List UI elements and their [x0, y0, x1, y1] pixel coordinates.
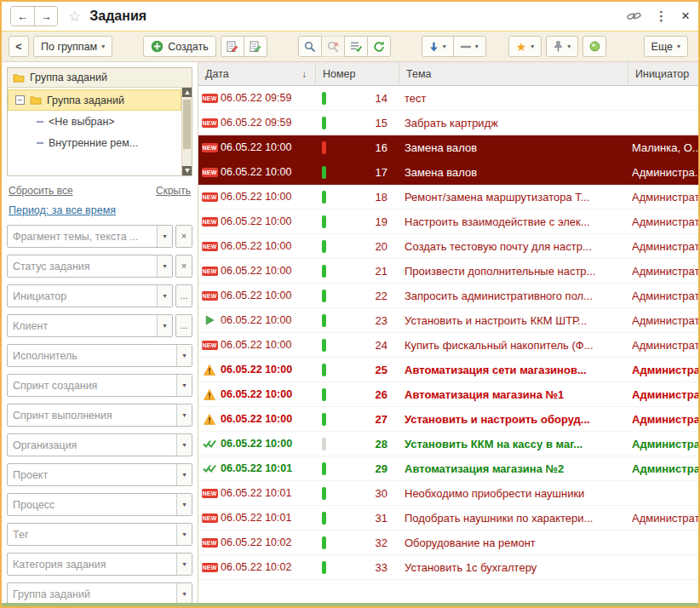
filter-group-dropdown[interactable]: ▾: [176, 583, 192, 603]
filter-initiator-dropdown[interactable]: ▾: [157, 285, 172, 307]
table-row[interactable]: NEW06.05.22 10:0131Подобрать наушники по…: [198, 506, 698, 531]
filter-organization-dropdown[interactable]: ▾: [176, 434, 192, 456]
filter-status-clear-button[interactable]: ×: [175, 255, 192, 278]
list-settings-button[interactable]: ▾: [453, 36, 486, 57]
scroll-down-icon[interactable]: [182, 166, 192, 175]
create-by-copy-button[interactable]: [221, 36, 244, 57]
filter-client-select-button[interactable]: ...: [175, 314, 192, 337]
advanced-search-button[interactable]: [344, 36, 368, 57]
scrollbar-thumb[interactable]: [183, 100, 191, 149]
tree-item[interactable]: −Группа заданий: [8, 89, 181, 111]
cell-date: 06.05.22 10:00: [221, 388, 316, 400]
filter-client-dropdown[interactable]: ▾: [157, 315, 172, 336]
forward-button[interactable]: →: [34, 7, 57, 26]
table-row[interactable]: 06.05.22 10:0026Автоматизация магазина №…: [198, 382, 698, 407]
filter-process-dropdown[interactable]: ▾: [176, 494, 192, 515]
table-row[interactable]: NEW06.05.22 09:5915Забрать картридж: [198, 111, 698, 135]
table-row[interactable]: NEW06.05.22 10:0017Замена валовАдминистр…: [198, 160, 698, 185]
filter-initiator-select-button[interactable]: ...: [175, 284, 192, 307]
filter-initiator-input[interactable]: [8, 285, 157, 307]
filter-organization-field: ▾: [7, 433, 192, 456]
filter-project-dropdown[interactable]: ▾: [176, 464, 192, 485]
table-row[interactable]: NEW06.05.22 10:0232Оборудование на ремон…: [198, 531, 698, 555]
open-edit-button[interactable]: [244, 36, 267, 57]
table-row[interactable]: 06.05.22 10:0028Установить ККМ на кассу …: [198, 432, 698, 456]
back-button[interactable]: ←: [11, 7, 34, 26]
filter-project-input[interactable]: [8, 464, 176, 485]
filter-sprint-created-dropdown[interactable]: ▾: [176, 375, 192, 396]
scroll-up-icon[interactable]: [182, 88, 192, 97]
refresh-button[interactable]: [367, 36, 391, 57]
filter-sprint-created-input[interactable]: [8, 375, 176, 396]
hide-link[interactable]: Скрыть: [156, 185, 191, 197]
tree-item[interactable]: Внутренние рем...: [8, 132, 181, 153]
row-icon-cell: NEW: [198, 291, 221, 301]
filter-tag-dropdown[interactable]: ▾: [176, 524, 192, 545]
table-row[interactable]: NEW06.05.22 09:5914тест: [198, 86, 698, 111]
reset-all-link[interactable]: Сбросить все: [9, 185, 73, 197]
filter-process-input[interactable]: [8, 494, 176, 515]
cell-date: 06.05.22 10:00: [221, 314, 316, 326]
search-button[interactable]: [298, 36, 322, 57]
filter-executor-dropdown[interactable]: ▾: [176, 345, 192, 366]
table-row[interactable]: 06.05.22 10:0025Автоматизация сети магаз…: [198, 358, 698, 382]
table-row[interactable]: NEW06.05.22 10:0019Настроить взаимодейст…: [198, 209, 698, 234]
filter-status-dropdown[interactable]: ▾: [157, 255, 172, 277]
table-row[interactable]: 06.05.22 10:0027Установить и настроить о…: [198, 407, 698, 432]
filter-fragment-input[interactable]: [8, 226, 157, 247]
cell-date: 06.05.22 10:00: [221, 215, 316, 227]
tree-scrollbar[interactable]: [181, 88, 192, 175]
table-row[interactable]: NEW06.05.22 10:0020Создать тестовую почт…: [198, 234, 698, 259]
cell-number: 26: [331, 388, 399, 401]
more-button[interactable]: Еще ▾: [644, 36, 688, 57]
table-row[interactable]: NEW06.05.22 10:0018Ремонт/замена маршрут…: [198, 185, 698, 209]
favorites-button[interactable]: ★ ▾: [508, 36, 542, 57]
filter-category-input[interactable]: [8, 554, 176, 575]
filter-category-dropdown[interactable]: ▾: [176, 554, 192, 575]
menu-dots-icon[interactable]: ⋮: [655, 9, 668, 24]
collapse-sidebar-button[interactable]: <: [9, 36, 29, 57]
column-header-subject[interactable]: Тема: [399, 62, 628, 85]
table-row[interactable]: NEW06.05.22 10:0233Установить 1с бухгалт…: [198, 555, 698, 580]
favorite-star-icon[interactable]: ☆: [68, 8, 81, 26]
filter-fragment-dropdown[interactable]: ▾: [157, 226, 172, 247]
table-row[interactable]: NEW06.05.22 10:0024Купить фискальный нак…: [198, 333, 698, 358]
tree-header[interactable]: Группа заданий: [8, 68, 192, 88]
column-header-date[interactable]: Дата ↓: [198, 62, 316, 85]
filter-client-input[interactable]: [8, 315, 157, 336]
cancel-search-icon: [327, 41, 339, 53]
table-row[interactable]: NEW06.05.22 10:0022Запросить администрат…: [198, 284, 698, 308]
filter-sprint-done-input[interactable]: [8, 404, 176, 426]
sort-order-button[interactable]: ▾: [422, 36, 454, 57]
status-bar: [322, 339, 326, 352]
expander-minus-icon[interactable]: −: [15, 95, 25, 105]
column-header-number[interactable]: Номер: [316, 62, 399, 85]
group-by-button[interactable]: По группам ▾: [33, 36, 112, 57]
pin-button[interactable]: ▾: [546, 36, 578, 57]
table-row[interactable]: NEW06.05.22 10:0130Необходимо приобрести…: [198, 481, 698, 506]
column-header-initiator[interactable]: Инициатор: [628, 62, 698, 85]
period-link[interactable]: Период: за все время: [9, 204, 116, 216]
filter-fragment-clear-button[interactable]: ×: [175, 225, 192, 248]
table-row[interactable]: 06.05.22 10:0129Автоматизация магазина №…: [198, 456, 698, 481]
filter-executor-input[interactable]: [8, 345, 176, 366]
close-icon[interactable]: ×: [681, 8, 690, 25]
table-row[interactable]: NEW06.05.22 10:0016Замена валовМалинка, …: [198, 135, 698, 160]
filter-group-input[interactable]: [8, 583, 176, 603]
cancel-search-button[interactable]: [321, 36, 345, 57]
dash-icon: [37, 121, 43, 123]
status-indicator-button[interactable]: [582, 36, 606, 57]
filter-tag-input[interactable]: [8, 524, 176, 545]
filter-sprint-done-dropdown[interactable]: ▾: [176, 404, 192, 426]
tree-item[interactable]: <Не выбран>: [8, 111, 181, 132]
sidebar: Группа заданий −Группа заданий<Не выбран…: [2, 62, 198, 603]
table-row[interactable]: NEW06.05.22 10:0021Произвести дополнител…: [198, 259, 698, 284]
link-icon[interactable]: [627, 10, 641, 22]
star-icon: ★: [516, 41, 527, 53]
row-icon-cell: NEW: [198, 192, 221, 202]
create-button[interactable]: Создать: [143, 36, 216, 57]
filter-organization-input[interactable]: [8, 434, 176, 456]
filter-status-input[interactable]: [8, 255, 157, 277]
table-row[interactable]: 06.05.22 10:0023Установить и настроить К…: [198, 308, 698, 333]
cell-subject: Замена валов: [399, 141, 628, 154]
